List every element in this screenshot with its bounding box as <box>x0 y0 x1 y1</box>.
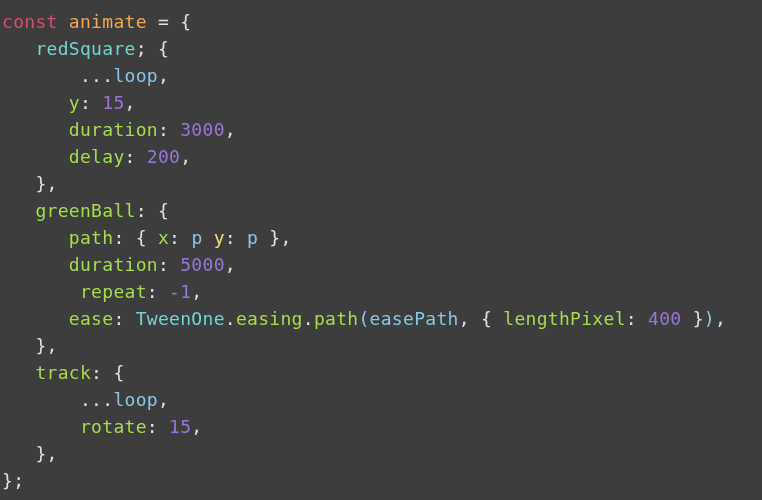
brace-open: { <box>481 308 492 329</box>
comma: , <box>191 281 202 302</box>
paren-open: ( <box>358 308 369 329</box>
comma: , <box>225 254 236 275</box>
colon: : <box>125 146 136 167</box>
semi: ; <box>136 38 147 59</box>
comma: , <box>225 119 236 140</box>
colon: : <box>158 119 169 140</box>
prop-y: y <box>69 92 80 113</box>
paren-close: ) <box>704 308 715 329</box>
keyword-const: const <box>2 11 58 32</box>
prop-redSquare: redSquare <box>35 38 135 59</box>
num-200: 200 <box>147 146 180 167</box>
brace-open: { <box>136 227 147 248</box>
brace-open: { <box>113 362 124 383</box>
num-400: 400 <box>648 308 681 329</box>
prop-track: track <box>35 362 91 383</box>
brace-open: { <box>158 38 169 59</box>
comma: , <box>281 227 292 248</box>
brace-close: } <box>269 227 280 248</box>
comma: , <box>158 65 169 86</box>
brace-open: { <box>158 200 169 221</box>
prop-delay: delay <box>69 146 125 167</box>
prop-ease: ease <box>69 308 114 329</box>
ident-pathfn: path <box>314 308 359 329</box>
code-block: const animate = { redSquare; { ...loop, … <box>2 8 760 494</box>
brace-close: } <box>2 470 13 491</box>
colon: : <box>136 200 147 221</box>
comma: , <box>47 443 58 464</box>
prop-duration: duration <box>69 254 158 275</box>
prop-x: x <box>158 227 169 248</box>
dot: . <box>303 308 314 329</box>
brace-close: } <box>35 173 46 194</box>
comma: , <box>47 335 58 356</box>
spread: ... <box>80 65 113 86</box>
num-3000: 3000 <box>180 119 225 140</box>
ident-p: p <box>191 227 202 248</box>
ident-easePath: easePath <box>370 308 459 329</box>
ident-loop: loop <box>113 65 158 86</box>
colon: : <box>158 254 169 275</box>
comma: , <box>47 173 58 194</box>
num-15: 15 <box>102 92 124 113</box>
num-15: 15 <box>169 416 191 437</box>
comma: , <box>459 308 470 329</box>
brace-close: } <box>693 308 704 329</box>
prop-rotate: rotate <box>80 416 147 437</box>
colon: : <box>225 227 236 248</box>
comma: , <box>158 389 169 410</box>
brace-open: { <box>180 11 191 32</box>
colon: : <box>80 92 91 113</box>
prop-lengthPixel: lengthPixel <box>503 308 626 329</box>
comma: , <box>191 416 202 437</box>
prop-greenBall: greenBall <box>35 200 135 221</box>
colon: : <box>91 362 102 383</box>
spread: ... <box>80 389 113 410</box>
comma: , <box>125 92 136 113</box>
ident-easing: easing <box>236 308 303 329</box>
brace-close: } <box>35 335 46 356</box>
comma: , <box>715 308 726 329</box>
ident-loop: loop <box>113 389 158 410</box>
num-neg1: -1 <box>169 281 191 302</box>
ident-TweenOne: TweenOne <box>136 308 225 329</box>
colon: : <box>147 281 158 302</box>
prop-repeat: repeat <box>80 281 147 302</box>
colon: : <box>147 416 158 437</box>
colon: : <box>626 308 637 329</box>
op-eq: = <box>158 11 169 32</box>
num-5000: 5000 <box>180 254 225 275</box>
brace-close: } <box>35 443 46 464</box>
prop-path: path <box>69 227 114 248</box>
prop-duration: duration <box>69 119 158 140</box>
dot: . <box>225 308 236 329</box>
colon: : <box>169 227 180 248</box>
colon: : <box>113 308 124 329</box>
ident-p: p <box>247 227 258 248</box>
semi: ; <box>13 470 24 491</box>
prop-y-inner: y <box>214 227 225 248</box>
comma: , <box>180 146 191 167</box>
var-animate: animate <box>69 11 147 32</box>
colon: : <box>113 227 124 248</box>
